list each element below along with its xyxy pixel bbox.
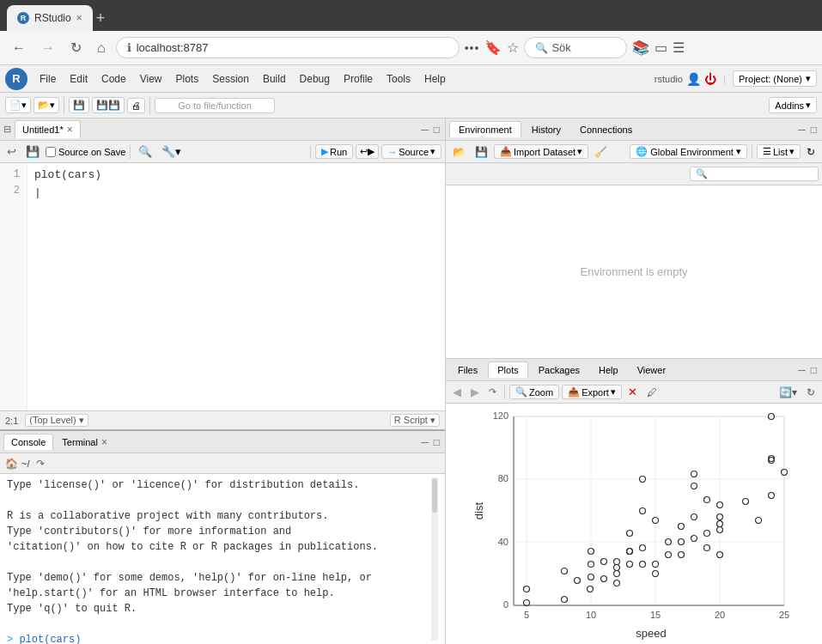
env-open-button[interactable]: 📂 [449, 145, 469, 159]
plots-next-button[interactable]: ▶ [467, 385, 483, 399]
menu-view[interactable]: View [133, 70, 169, 88]
collapse-icon[interactable]: ⊟ [3, 124, 11, 135]
console-tab-console[interactable]: Console [3, 434, 53, 450]
refresh-plot-button[interactable]: 🖊 [643, 386, 661, 399]
sidebar-toggle-icon[interactable]: ▭ [655, 39, 667, 56]
rerun-button[interactable]: ↩▶ [356, 144, 379, 159]
menu-icon[interactable]: ☰ [673, 39, 685, 56]
home-button[interactable]: ⌂ [92, 37, 111, 59]
open-file-button[interactable]: 📂▾ [33, 97, 59, 113]
menu-plots[interactable]: Plots [169, 70, 206, 88]
undo-button[interactable]: ↩ [3, 144, 20, 159]
addins-button[interactable]: Addins ▾ [769, 97, 817, 113]
menu-session[interactable]: Session [205, 70, 256, 88]
save-button[interactable]: 💾 [69, 97, 89, 113]
list-button[interactable]: ☰ List ▾ [757, 144, 801, 159]
bookmarks-icon[interactable]: 📚 [632, 39, 649, 56]
menu-debug[interactable]: Debug [293, 70, 337, 88]
svg-text:120: 120 [493, 410, 508, 421]
user-icon[interactable]: 👤 [686, 72, 701, 86]
console-scroll-icon[interactable]: ↷ [36, 458, 45, 470]
export-button[interactable]: 📤 Export ▾ [562, 385, 622, 399]
zoom-button[interactable]: 🔍 Zoom [509, 385, 559, 399]
source-on-save-checkbox-label[interactable]: Source on Save [46, 147, 125, 157]
source-on-save-checkbox[interactable] [46, 147, 56, 157]
search-bar[interactable]: 🔍 Sök [524, 37, 627, 58]
print-button[interactable]: 🖨 [127, 98, 145, 113]
source-button[interactable]: → Source ▾ [381, 144, 441, 159]
nav-more-icon[interactable]: ••• [465, 41, 480, 55]
editor-tab-close-icon[interactable]: × [67, 124, 73, 136]
tab-packages[interactable]: Packages [530, 362, 588, 378]
env-save-button[interactable]: 💾 [472, 145, 491, 159]
refresh-button[interactable]: ↻ [65, 36, 87, 59]
menu-tools[interactable]: Tools [380, 70, 417, 88]
new-file-button[interactable]: 📄▾ [5, 97, 31, 113]
plots-prev-button[interactable]: ◀ [449, 385, 465, 399]
plot-publish-button[interactable]: 🔄▾ [776, 386, 801, 399]
new-tab-icon[interactable]: + [96, 9, 106, 31]
clear-env-button[interactable]: 🧹 [591, 145, 611, 159]
editor-minimize-icon[interactable]: ─ [419, 124, 430, 136]
viewer-maximize-icon[interactable]: □ [809, 364, 819, 376]
remove-plot-button[interactable]: ✕ [624, 385, 641, 399]
forward-button[interactable]: → [36, 37, 60, 59]
viewer-minimize-icon[interactable]: ─ [796, 364, 807, 376]
env-refresh-button[interactable]: ↻ [803, 145, 819, 159]
run-button[interactable]: ▶ Run [315, 144, 353, 159]
file-type[interactable]: R Script ▾ [390, 414, 440, 427]
console-scrollbar-thumb[interactable] [432, 478, 437, 513]
console-maximize-icon[interactable]: □ [432, 436, 441, 448]
env-maximize-icon[interactable]: □ [809, 124, 819, 136]
tab-plots[interactable]: Plots [488, 361, 527, 378]
source-label: Source [399, 147, 429, 157]
tab-history[interactable]: History [523, 122, 569, 137]
address-bar[interactable]: ℹ localhost:8787 [116, 37, 460, 58]
console-scrollbar[interactable] [431, 477, 438, 641]
run-arrow-icon: ▶ [321, 146, 328, 157]
tab-files[interactable]: Files [449, 362, 486, 378]
code-line-1: plot(cars) [34, 167, 438, 185]
global-env-selector[interactable]: 🌐 Global Environment ▾ [630, 144, 747, 159]
tab-help[interactable]: Help [590, 362, 627, 378]
editor-toolbar: ↩ 💾 Source on Save 🔍 🔧▾ ▶ Run ↩ [0, 141, 445, 163]
source-arrow-icon: → [387, 147, 397, 157]
console-minimize-icon[interactable]: ─ [419, 436, 430, 448]
menu-code[interactable]: Code [94, 70, 133, 88]
env-minimize-icon[interactable]: ─ [796, 124, 807, 136]
tab-connections[interactable]: Connections [571, 122, 641, 137]
tab-environment[interactable]: Environment [449, 121, 521, 137]
tab-packages-label: Packages [539, 365, 580, 375]
save-all-button[interactable]: 💾💾 [92, 97, 125, 113]
project-selector[interactable]: Project: (None) ▾ [733, 70, 817, 87]
menu-help[interactable]: Help [417, 70, 453, 88]
env-search-input[interactable]: 🔍 [690, 167, 819, 181]
menu-edit[interactable]: Edit [63, 70, 94, 88]
editor-tab-untitled1[interactable]: Untitled1* × [15, 120, 81, 138]
browser-tab[interactable]: R RStudio × [7, 5, 93, 31]
tab-viewer[interactable]: Viewer [629, 362, 674, 378]
menu-profile[interactable]: Profile [337, 70, 380, 88]
console-line-4: Type 'contributors()' for more informati… [7, 524, 428, 539]
power-icon[interactable]: ⏻ [704, 72, 716, 86]
editor-maximize-icon[interactable]: □ [432, 124, 441, 136]
tab-close-icon[interactable]: × [76, 12, 82, 24]
menu-build[interactable]: Build [256, 70, 293, 88]
console-tab-terminal[interactable]: Terminal × [55, 434, 114, 451]
bookmark-icon[interactable]: ☆ [507, 39, 519, 56]
go-to-file-button[interactable]: Go to file/function [155, 98, 275, 113]
pocket-icon[interactable]: 🔖 [484, 39, 502, 56]
console-content[interactable]: Type 'license()' or 'licence()' for dist… [0, 474, 445, 644]
terminal-close-icon[interactable]: × [101, 436, 107, 448]
plots-scroll-button[interactable]: ↷ [485, 386, 500, 398]
import-dataset-button[interactable]: 📥 Import Dataset ▾ [494, 144, 588, 159]
menu-file[interactable]: File [33, 70, 63, 88]
save-editor-button[interactable]: 💾 [22, 144, 43, 159]
code-content[interactable]: plot(cars) | [27, 163, 445, 410]
back-button[interactable]: ← [7, 37, 31, 59]
import-label: Import Dataset [514, 147, 575, 157]
tools-button[interactable]: 🔧▾ [158, 144, 185, 159]
global-env-icon: 🌐 [636, 146, 648, 157]
find-button[interactable]: 🔍 [135, 144, 155, 159]
plot-refresh2-button[interactable]: ↻ [803, 386, 819, 399]
